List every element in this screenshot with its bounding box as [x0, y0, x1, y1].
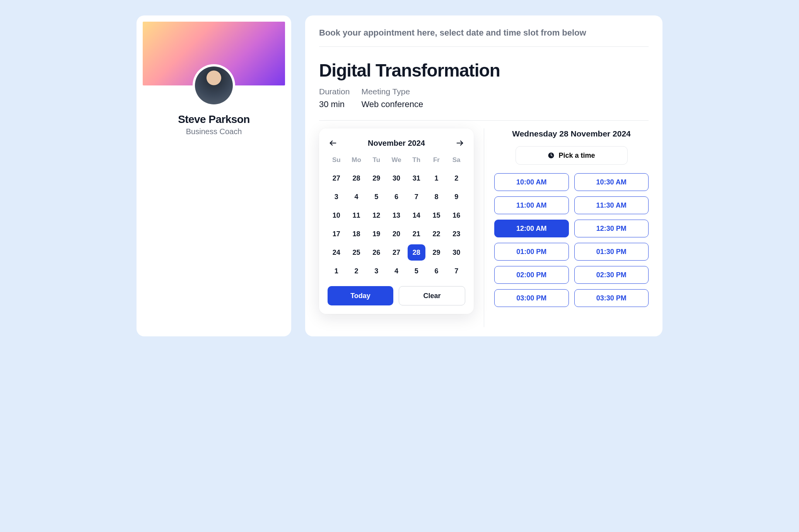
avatar [195, 66, 233, 104]
clock-icon [548, 152, 555, 159]
calendar-day[interactable]: 6 [428, 263, 446, 279]
time-slot[interactable]: 11:30 AM [574, 196, 649, 214]
time-slot[interactable]: 01:00 PM [494, 243, 569, 261]
duration-value: 30 min [319, 99, 350, 109]
calendar-day[interactable]: 24 [328, 244, 345, 261]
calendar-day[interactable]: 29 [428, 244, 446, 261]
calendar-dow: Su [328, 154, 345, 168]
calendar-day[interactable]: 27 [388, 244, 405, 261]
time-slot[interactable]: 12:30 PM [574, 220, 649, 237]
duration-label: Duration [319, 87, 350, 96]
vertical-divider [484, 128, 484, 327]
calendar-day[interactable]: 20 [388, 226, 405, 242]
profile-card: Steve Parkson Business Coach [137, 15, 291, 336]
calendar-day[interactable]: 27 [328, 170, 345, 186]
calendar-day[interactable]: 3 [367, 263, 385, 279]
calendar-day[interactable]: 21 [408, 226, 425, 242]
calendar-day[interactable]: 2 [348, 263, 365, 279]
calendar-day[interactable]: 10 [328, 207, 345, 223]
calendar-day[interactable]: 17 [328, 226, 345, 242]
calendar-day[interactable]: 5 [367, 189, 385, 205]
next-month-button[interactable] [454, 138, 465, 148]
booking-card: Book your appointment here, select date … [305, 15, 662, 336]
meeting-type-block: Meeting Type Web conference [361, 87, 423, 109]
calendar-day[interactable]: 8 [428, 189, 446, 205]
calendar-day[interactable]: 12 [367, 207, 385, 223]
avatar-frame [193, 64, 235, 107]
calendar-dow: Mo [348, 154, 365, 168]
booking-instruction: Book your appointment here, select date … [319, 28, 649, 47]
calendar-day[interactable]: 5 [408, 263, 425, 279]
calendar-dow: Fr [428, 154, 446, 168]
calendar-dow: Th [408, 154, 425, 168]
arrow-left-icon [329, 139, 337, 147]
arrow-right-icon [456, 139, 464, 147]
calendar-day[interactable]: 3 [328, 189, 345, 205]
calendar-day[interactable]: 6 [388, 189, 405, 205]
calendar-day[interactable]: 31 [408, 170, 425, 186]
time-slot-grid: 10:00 AM10:30 AM11:00 AM11:30 AM12:00 AM… [494, 173, 649, 307]
meeting-type-value: Web conference [361, 99, 423, 109]
calendar-day[interactable]: 28 [408, 244, 425, 261]
time-slot[interactable]: 02:30 PM [574, 266, 649, 284]
prev-month-button[interactable] [328, 138, 338, 148]
calendar-day[interactable]: 7 [408, 189, 425, 205]
calendar-panel: November 2024 SuMoTuWeThFrSa272829303112… [319, 128, 474, 314]
calendar-day[interactable]: 2 [447, 170, 465, 186]
calendar-day[interactable]: 30 [447, 244, 465, 261]
pick-a-time-button[interactable]: Pick a time [516, 146, 628, 165]
today-button[interactable]: Today [328, 286, 393, 305]
time-slot[interactable]: 12:00 AM [494, 220, 569, 237]
calendar-day[interactable]: 29 [367, 170, 385, 186]
pick-a-time-label: Pick a time [558, 152, 595, 160]
calendar-day[interactable]: 14 [408, 207, 425, 223]
profile-name: Steve Parkson [137, 113, 291, 126]
section-divider [319, 120, 649, 121]
calendar-day[interactable]: 28 [348, 170, 365, 186]
calendar-day[interactable]: 4 [388, 263, 405, 279]
calendar-day[interactable]: 13 [388, 207, 405, 223]
clear-button[interactable]: Clear [399, 286, 465, 305]
profile-cover [143, 22, 285, 85]
calendar-month-label: November 2024 [368, 139, 425, 148]
calendar-day[interactable]: 7 [447, 263, 465, 279]
calendar-day[interactable]: 19 [367, 226, 385, 242]
calendar-day[interactable]: 18 [348, 226, 365, 242]
calendar-day[interactable]: 1 [328, 263, 345, 279]
time-slot[interactable]: 10:30 AM [574, 173, 649, 191]
time-panel: Wednesday 28 November 2024 Pick a time 1… [494, 128, 649, 327]
time-slot[interactable]: 03:30 PM [574, 289, 649, 307]
calendar-day[interactable]: 9 [447, 189, 465, 205]
calendar-day[interactable]: 30 [388, 170, 405, 186]
profile-role: Business Coach [137, 127, 291, 136]
time-slot[interactable]: 11:00 AM [494, 196, 569, 214]
calendar-day[interactable]: 15 [428, 207, 446, 223]
calendar-dow: Sa [447, 154, 465, 168]
calendar-day[interactable]: 26 [367, 244, 385, 261]
event-meta: Duration 30 min Meeting Type Web confere… [319, 87, 649, 109]
selected-date-label: Wednesday 28 November 2024 [494, 128, 649, 139]
time-slot[interactable]: 10:00 AM [494, 173, 569, 191]
calendar-day[interactable]: 25 [348, 244, 365, 261]
calendar-day[interactable]: 23 [447, 226, 465, 242]
calendar-day[interactable]: 22 [428, 226, 446, 242]
time-slot[interactable]: 01:30 PM [574, 243, 649, 261]
calendar-dow: Tu [367, 154, 385, 168]
calendar-day[interactable]: 4 [348, 189, 365, 205]
meeting-type-label: Meeting Type [361, 87, 423, 96]
time-slot[interactable]: 03:00 PM [494, 289, 569, 307]
calendar-day[interactable]: 1 [428, 170, 446, 186]
calendar-day[interactable]: 11 [348, 207, 365, 223]
event-title: Digital Transformation [319, 60, 649, 81]
calendar-day[interactable]: 16 [447, 207, 465, 223]
duration-block: Duration 30 min [319, 87, 350, 109]
time-slot[interactable]: 02:00 PM [494, 266, 569, 284]
calendar-dow: We [388, 154, 405, 168]
calendar-grid: SuMoTuWeThFrSa27282930311234567891011121… [328, 154, 465, 279]
